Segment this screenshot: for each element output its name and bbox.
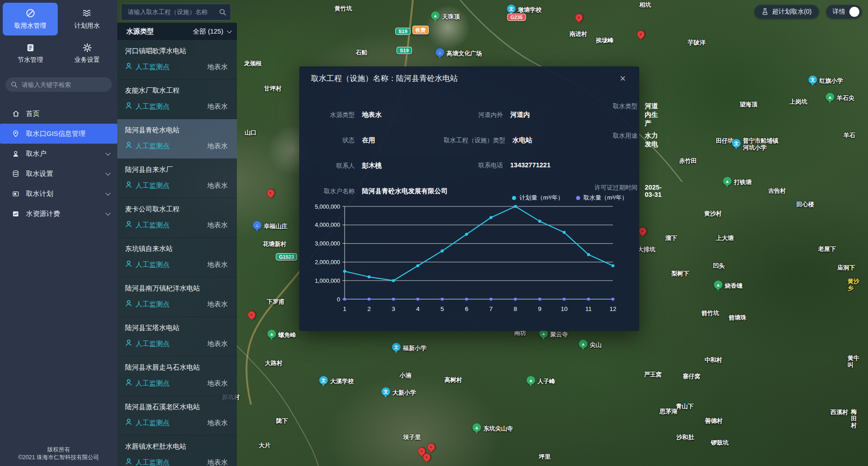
station-list-item[interactable]: 东坑镇自来水站人工监测点地表水: [117, 238, 237, 277]
map-poi[interactable]: ▲天珠顶: [431, 11, 460, 21]
station-list-item[interactable]: 陆河县南万镇杞洋水电站人工监测点地表水: [117, 277, 237, 317]
map-place-label: 大溪学校: [330, 377, 354, 384]
intake-chart: 计划量（m³/年）取水量（m³/年） 01,000,0002,000,0003,…: [309, 193, 630, 327]
person-icon: [125, 300, 132, 309]
field-label: 许可证过期时间: [594, 184, 637, 192]
map-label: 锣鼓坑: [711, 439, 729, 446]
search-icon[interactable]: [219, 9, 226, 15]
map-poi[interactable]: ▲人子峰: [527, 376, 555, 386]
map-poi[interactable]: 文福新小学: [392, 343, 426, 353]
sidebar-item-label: 水资源计费: [26, 210, 60, 218]
map-label: 老屋下: [818, 246, 836, 252]
sidebar-search-input[interactable]: [21, 81, 107, 89]
map-poi[interactable]: ▲东坑尖山寺: [472, 423, 513, 433]
monitor-type-label: 人工监测点: [135, 458, 170, 466]
station-name: 友能水厂取水工程: [125, 86, 228, 95]
road-shield: S19: [396, 47, 412, 54]
pin-tail: [726, 185, 728, 187]
map-label: 溜下: [665, 235, 677, 241]
map-label: 上大塘: [716, 235, 734, 241]
station-meta-row: 人工监测点地表水: [125, 300, 228, 309]
map-poi[interactable]: 文大溪学校: [319, 376, 354, 386]
map-label: 梨树下: [672, 270, 689, 277]
legend-item[interactable]: 计划量（m³/年）: [512, 194, 563, 202]
station-list-item[interactable]: 麦卡公司取水工程人工监测点地表水: [117, 198, 237, 238]
map-label: 思茅湖: [660, 408, 677, 415]
station-list-item[interactable]: 陆河县青砼水电站人工监测点地表水: [117, 119, 237, 159]
detail-field: 状态在用: [311, 136, 444, 145]
sidebar-item-1[interactable]: 首页: [0, 104, 117, 124]
landmark-pin-icon: ⌂: [253, 221, 261, 231]
sidebar-item-label: 取水计划: [26, 190, 53, 198]
sidebar-item-6[interactable]: 水资源计费: [0, 204, 117, 224]
pin-tail: [256, 229, 258, 231]
map-poi[interactable]: ▲羊石尖: [826, 93, 854, 103]
list-filter-bar: 水源类型 全部 (125): [117, 23, 237, 40]
svg-text:4: 4: [416, 306, 420, 312]
pin-tail: [322, 384, 325, 386]
toll-badge: 收费: [412, 26, 429, 35]
map-poi[interactable]: 文大新小学: [381, 387, 416, 397]
map-poi[interactable]: 文红旗小学: [808, 75, 843, 85]
station-list-item[interactable]: 陆河县激石溪老区水电站人工监测点地表水: [117, 396, 237, 436]
station-list-item[interactable]: 陆河县宝塔水电站人工监测点地表水: [117, 317, 237, 356]
map-place-label: 中和村: [705, 356, 722, 363]
map-poi[interactable]: ▲螺角峰: [267, 330, 296, 340]
map-place-label: 甘坪村: [264, 85, 282, 92]
map-poi[interactable]: ⌂幸福山庄: [253, 221, 287, 231]
sidebar-item-4[interactable]: 取水设置: [0, 164, 117, 184]
landmark-pin-icon: ⌂: [436, 48, 444, 58]
station-list-item[interactable]: 水唇镇水栏肚水电站人工监测点地表水: [117, 436, 237, 466]
close-icon[interactable]: ×: [617, 74, 628, 83]
legend-item[interactable]: 取水量（m³/年）: [576, 194, 627, 202]
station-list-item[interactable]: 陆河县水唇走马石水电站人工监测点地表水: [117, 356, 237, 396]
sidebar-search[interactable]: [5, 77, 112, 92]
map-place-label: 墩塘学校: [518, 6, 542, 13]
sidebar-item-5[interactable]: 取水计划: [0, 184, 117, 204]
station-list-item[interactable]: 河口镇唱歌潭水电站人工监测点地表水: [117, 40, 237, 80]
station-list-panel: 水源类型 全部 (125) 河口镇唱歌潭水电站人工监测点地表水友能水厂取水工程人…: [117, 0, 237, 466]
pin-tail: [395, 351, 397, 353]
map-place-label: 溜下: [665, 235, 677, 241]
chevron-down-icon: [105, 170, 110, 175]
map-poi[interactable]: 文普宁市船埔镇 河坑小学: [732, 137, 778, 151]
map-poi[interactable]: ▲烧香缝: [714, 281, 743, 291]
field-label: 水源类型: [311, 111, 355, 119]
toggle-knob[interactable]: [849, 7, 859, 17]
map-poi[interactable]: ▲尖山: [579, 340, 602, 350]
station-search[interactable]: [121, 4, 231, 20]
svg-text:9: 9: [538, 306, 542, 312]
svg-text:12: 12: [609, 306, 616, 312]
map-place-label: 青山下: [676, 403, 694, 410]
map-place-label: 寨仔窝: [683, 373, 701, 380]
filter-value: 全部 (125): [193, 27, 223, 36]
svg-text:3: 3: [392, 306, 396, 312]
pin-tail: [828, 100, 831, 103]
water-source-label: 地表水: [207, 300, 228, 309]
over-plan-intake-button[interactable]: 超计划取水(0): [754, 5, 819, 19]
sidebar-item-label: 取水户: [26, 150, 46, 158]
map-label: 箭竹坑: [702, 310, 719, 316]
map-label: 坝子里: [403, 434, 421, 441]
water-source-label: 地表水: [207, 221, 228, 230]
field-label: 河道内外: [444, 111, 503, 119]
sidebar: 取用水管理计划用水节水管理业务设置 首页取水口GIS信息管理取水户取水设置取水计…: [0, 0, 117, 466]
map-label: 黄竹坑: [335, 5, 352, 12]
map-poi[interactable]: ⌂高塘文化广场: [436, 48, 482, 58]
app-tile-2[interactable]: 计划用水: [60, 3, 115, 35]
station-list-item[interactable]: 陆河县自来水厂人工监测点地表水: [117, 159, 237, 198]
app-tile-1[interactable]: 取用水管理: [3, 3, 58, 35]
detail-toggle[interactable]: 详情: [826, 5, 862, 19]
sidebar-item-2[interactable]: 取水口GIS信息管理: [0, 124, 117, 144]
monitor-type-label: 人工监测点: [135, 419, 170, 427]
map-poi[interactable]: 文墩塘学校: [507, 5, 542, 15]
app-tile-4[interactable]: 业务设置: [60, 37, 115, 70]
station-search-input[interactable]: [127, 8, 219, 16]
app-tile-3[interactable]: 节水管理: [3, 37, 58, 70]
chevron-down-icon: [105, 150, 110, 155]
map-poi[interactable]: ▲打铁塘: [723, 177, 752, 187]
station-list-item[interactable]: 友能水厂取水工程人工监测点地表水: [117, 80, 237, 119]
filter-dropdown[interactable]: 全部 (125): [193, 27, 231, 36]
svg-text:2: 2: [367, 306, 371, 312]
sidebar-item-3[interactable]: 取水户: [0, 144, 117, 164]
